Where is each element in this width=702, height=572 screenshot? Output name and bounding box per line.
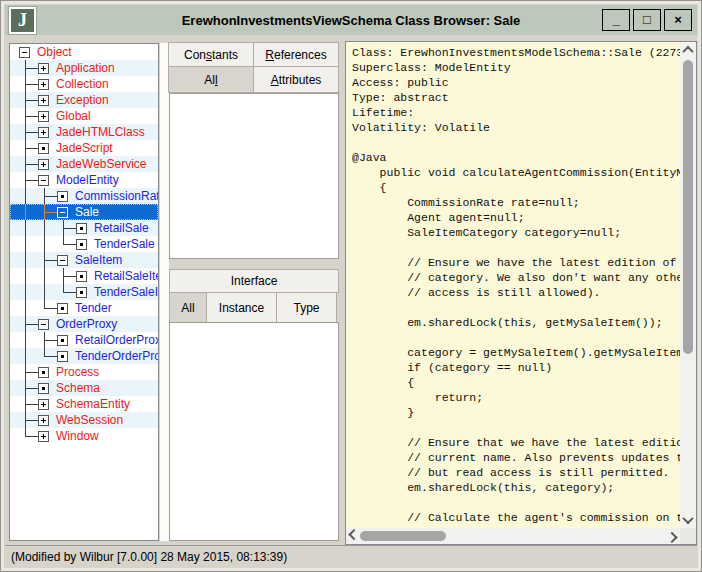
tree-connector-line [19, 396, 38, 412]
vertical-scrollbar[interactable] [680, 42, 696, 528]
tree-leaf-icon [57, 303, 68, 314]
tree-item-Exception[interactable]: Exception [10, 92, 158, 108]
tree-expand-icon[interactable] [38, 111, 49, 122]
tree-item-CommissionRate[interactable]: CommissionRate [10, 188, 158, 204]
tree-item-RetailSaleItem[interactable]: RetailSaleItem [10, 268, 158, 284]
tree-item-label: Tender [72, 301, 115, 315]
tree-connector-line [19, 284, 38, 300]
tab-references[interactable]: References [253, 42, 339, 67]
minimize-button[interactable]: _ [602, 9, 630, 31]
tree-splitter[interactable] [160, 43, 169, 541]
tree-item-label: Sale [72, 205, 102, 219]
tree-expand-icon[interactable] [38, 63, 49, 74]
tree-collapse-icon[interactable] [38, 319, 49, 330]
scroll-down-icon[interactable] [680, 512, 696, 528]
tab-all[interactable]: All [168, 66, 254, 93]
tree-expand-icon[interactable] [38, 159, 49, 170]
tree-item-SaleItem[interactable]: SaleItem [10, 252, 158, 268]
tree-item-ModelEntity[interactable]: ModelEntity [10, 172, 158, 188]
tree-expand-icon[interactable] [38, 415, 49, 426]
tree-item-RetailOrderProxy[interactable]: RetailOrderProxy [10, 332, 158, 348]
tree-collapse-icon[interactable] [57, 255, 68, 266]
tree-connector-line [19, 76, 38, 92]
tree-collapse-icon[interactable] [57, 207, 68, 218]
tree-item-JadeScript[interactable]: JadeScript [10, 140, 158, 156]
tree-item-Global[interactable]: Global [10, 108, 158, 124]
tree-expand-icon[interactable] [38, 431, 49, 442]
tab-constants[interactable]: Constants [168, 42, 254, 67]
tree-connector-line [19, 204, 38, 220]
tree-expand-icon[interactable] [38, 399, 49, 410]
title-bar[interactable]: J ErewhonInvestmentsViewSchema Class Bro… [5, 5, 697, 35]
tree-leaf-icon [57, 191, 68, 202]
scroll-up-icon[interactable] [680, 42, 696, 58]
tree-leaf-icon [76, 239, 87, 250]
tree-item-JadeHTMLClass[interactable]: JadeHTMLClass [10, 124, 158, 140]
tree-item-label: TenderSale [91, 237, 158, 251]
tree-item-label: Window [53, 429, 102, 443]
tree-item-TenderSaleItem[interactable]: TenderSaleItem [10, 284, 158, 300]
tree-connector-line [57, 236, 76, 252]
tree-leaf-icon [38, 383, 49, 394]
tree-collapse-icon[interactable] [19, 47, 30, 58]
interface-tab-type[interactable]: Type [276, 292, 337, 323]
code-text[interactable]: Class: ErewhonInvestmentsModelSchema::Sa… [346, 42, 680, 528]
tree-leaf-icon [57, 335, 68, 346]
tree-item-TenderSale[interactable]: TenderSale [10, 236, 158, 252]
tree-connector-line [19, 108, 38, 124]
tree-connector-line [38, 348, 57, 364]
vertical-scroll-thumb[interactable] [683, 60, 693, 354]
tree-expand-icon[interactable] [38, 95, 49, 106]
tree-connector-line [38, 284, 57, 300]
tree-connector-line [19, 332, 38, 348]
scrollbar-corner [680, 528, 696, 544]
maximize-button[interactable]: □ [633, 9, 661, 31]
tree-connector-line [38, 300, 57, 316]
tree-item-label: CommissionRate [72, 189, 159, 203]
tree-item-label: ModelEntity [53, 173, 122, 187]
tree-connector-line [38, 220, 57, 236]
tree-item-OrderProxy[interactable]: OrderProxy [10, 316, 158, 332]
scroll-right-icon[interactable] [664, 528, 680, 544]
horizontal-scroll-thumb[interactable] [360, 531, 446, 541]
members-tab-grid: ConstantsReferencesAllAttributes [169, 43, 339, 93]
tree-item-Window[interactable]: Window [10, 428, 158, 444]
tree-item-Object[interactable]: Object [10, 44, 158, 60]
tree-item-WebSession[interactable]: WebSession [10, 412, 158, 428]
tree-collapse-icon[interactable] [38, 175, 49, 186]
tree-item-JadeWebService[interactable]: JadeWebService [10, 156, 158, 172]
interface-list[interactable] [169, 322, 339, 541]
tree-item-label: Global [53, 109, 94, 123]
tree-leaf-icon [76, 223, 87, 234]
tree-item-label: TenderSaleItem [91, 285, 159, 299]
code-panel[interactable]: Class: ErewhonInvestmentsModelSchema::Sa… [345, 41, 697, 545]
horizontal-scrollbar[interactable] [346, 528, 680, 544]
tree-item-Sale[interactable]: Sale [10, 204, 158, 220]
class-tree[interactable]: ObjectApplicationCollectionExceptionGlob… [9, 43, 159, 541]
tree-connector-line [19, 92, 38, 108]
tree-item-Tender[interactable]: Tender [10, 300, 158, 316]
tree-item-label: JadeScript [53, 141, 116, 155]
tree-expand-icon[interactable] [38, 127, 49, 138]
tree-item-label: Exception [53, 93, 112, 107]
members-list[interactable] [169, 93, 339, 259]
tree-connector-line [38, 188, 57, 204]
tree-item-Application[interactable]: Application [10, 60, 158, 76]
jade-app-icon: J [8, 6, 37, 35]
tree-connector-line [19, 364, 38, 380]
tree-item-Collection[interactable]: Collection [10, 76, 158, 92]
tree-connector-line [38, 332, 57, 348]
tree-connector-line [19, 140, 38, 156]
interface-tab-instance[interactable]: Instance [206, 292, 277, 323]
tree-item-Schema[interactable]: Schema [10, 380, 158, 396]
tree-expand-icon[interactable] [38, 79, 49, 90]
tree-item-TenderOrderProxy[interactable]: TenderOrderProxy [10, 348, 158, 364]
close-button[interactable]: × [664, 9, 692, 31]
tree-item-label: SchemaEntity [53, 397, 133, 411]
tree-item-label: Process [53, 365, 102, 379]
tree-item-RetailSale[interactable]: RetailSale [10, 220, 158, 236]
interface-tab-all[interactable]: All [169, 292, 207, 323]
tree-item-SchemaEntity[interactable]: SchemaEntity [10, 396, 158, 412]
tab-attributes[interactable]: Attributes [253, 66, 339, 93]
tree-item-Process[interactable]: Process [10, 364, 158, 380]
